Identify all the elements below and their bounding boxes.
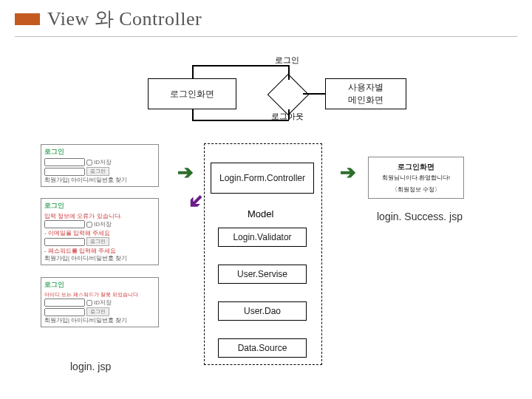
- mini-idsave-checkbox[interactable]: [86, 300, 92, 306]
- mini-idsave-checkbox[interactable]: [86, 160, 92, 166]
- page-title: View 와 Controller: [47, 6, 202, 32]
- title-bar: View 와 Controller: [15, 0, 517, 37]
- flow-usermain-box: 사용자별 메인화면: [325, 78, 406, 109]
- mini-title: 로그인: [44, 280, 155, 290]
- mini-login-button[interactable]: 로그인: [86, 237, 109, 246]
- mini-id-input[interactable]: [44, 299, 85, 307]
- mini-form-error2: 로그인 아이디 또는 패스워드가 잘못 되었습니다 ID저장 로그인 회원가입|…: [41, 277, 159, 327]
- mini-id-input[interactable]: [44, 158, 85, 166]
- wire: [192, 109, 194, 120]
- mini-links[interactable]: 회원가입| 아이디/비밀번호 찾기: [44, 255, 155, 262]
- wire: [303, 93, 325, 95]
- success-edit-link[interactable]: 〈회원정보 수정〉: [372, 186, 460, 194]
- mini-login-button[interactable]: 로그인: [86, 307, 109, 316]
- mini-pw-input[interactable]: [44, 238, 85, 246]
- stack-outline: [204, 143, 322, 365]
- mini-links[interactable]: 회원가입| 아이디/비밀번호 찾기: [44, 317, 155, 324]
- flow-login-box: 로그인화면: [148, 78, 236, 109]
- mini-error-wrong: 아이디 또는 패스워드가 잘못 되었습니다: [44, 291, 155, 299]
- mini-idsave-label: ID저장: [94, 158, 112, 166]
- mini-idsave-label: ID저장: [94, 220, 112, 228]
- flow-usermain-label: 사용자별 메인화면: [348, 81, 383, 106]
- mini-form-clean: 로그인 ID저장 로그인 회원가입| 아이디/비밀번호 찾기: [41, 144, 159, 187]
- right-caption: login. Success. jsp: [377, 211, 463, 222]
- edge-logout-label: 로그아웃: [271, 111, 304, 122]
- success-title: 로그인화면: [372, 162, 460, 172]
- mini-pw-input[interactable]: [44, 168, 85, 176]
- wire: [192, 65, 288, 66]
- mini-idsave-label: ID저장: [94, 299, 112, 307]
- wire: [192, 65, 194, 78]
- mini-title: 로그인: [44, 201, 155, 211]
- mini-login-button[interactable]: 로그인: [86, 167, 109, 176]
- mini-error-pw: - 패스워드를 입력해 주세요: [44, 247, 155, 255]
- edge-login-label: 로그인: [275, 55, 299, 66]
- mini-id-input[interactable]: [44, 220, 85, 228]
- diagram-canvas: 로그인화면 사용자별 메인화면 로그인 로그아웃 로그인 ID저장 로그인 회원…: [0, 37, 532, 399]
- mini-error-email: - 이메일을 입력해 주세요: [44, 229, 155, 237]
- left-caption: login. jsp: [70, 361, 111, 372]
- success-mini: 로그인화면 회원님니이다.환영합니다! 〈회원정보 수정〉: [368, 157, 464, 199]
- title-accent: [15, 13, 40, 25]
- mini-title: 로그인: [44, 147, 155, 157]
- mini-links[interactable]: 회원가입| 아이디/비밀번호 찾기: [44, 177, 155, 184]
- mini-pw-input[interactable]: [44, 308, 85, 316]
- flow-login-label: 로그인화면: [170, 88, 214, 100]
- success-welcome: 회원님니이다.환영합니다!: [372, 174, 460, 182]
- arrow-right-green-icon: ➔: [340, 163, 356, 182]
- mini-form-error1: 로그인 입력 정보에 오류가 있습니다. ID저장 - 이메일을 입력해 주세요…: [41, 198, 159, 265]
- arrow-right-green-icon: ➔: [177, 163, 194, 182]
- wire: [288, 65, 290, 80]
- mini-error-blank: 입력 정보에 오류가 있습니다.: [44, 212, 155, 220]
- mini-idsave-checkbox[interactable]: [86, 222, 92, 228]
